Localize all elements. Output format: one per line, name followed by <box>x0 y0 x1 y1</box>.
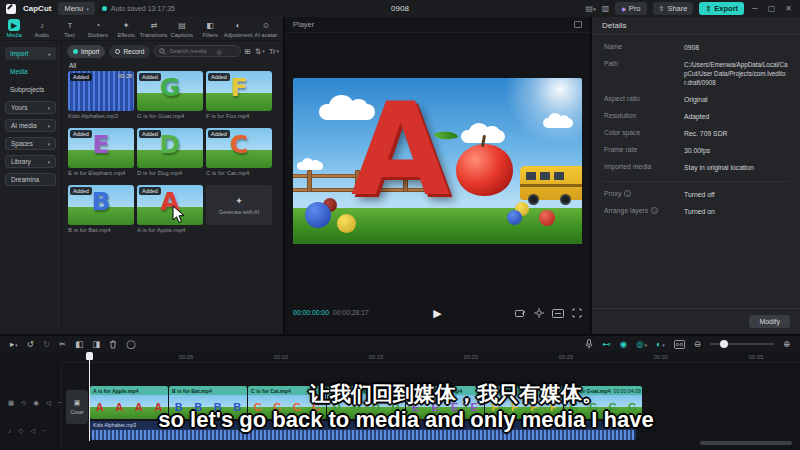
filter-button[interactable]: Tr▾ <box>269 47 279 56</box>
import-button[interactable]: Import <box>67 45 105 58</box>
track-mute-icon[interactable]: ◁ <box>30 427 35 435</box>
voiceover-mic-button[interactable] <box>585 339 593 349</box>
video-clip-a[interactable]: A is for Apple.mp4 AAAA <box>90 386 168 419</box>
sort-button[interactable]: ⇅▾ <box>255 47 265 56</box>
delete-button[interactable] <box>109 340 117 349</box>
preview-axis-toggle[interactable]: ◐▾ <box>656 339 665 349</box>
sidebar-item-media[interactable]: Media <box>5 65 56 78</box>
media-item-c[interactable]: Added C C is for Cat.mp4 <box>206 128 272 182</box>
tab-text[interactable]: TText <box>56 19 84 38</box>
current-time: 00:00:00:00 <box>293 309 329 316</box>
media-item-b[interactable]: Added B B is for Bat.mp4 <box>68 185 134 239</box>
sidebar-item-subprojects[interactable]: Subprojects <box>5 83 56 96</box>
media-thumb: Added A <box>137 185 203 225</box>
track-hide-icon[interactable]: ◉ <box>33 399 39 407</box>
tab-adjustment[interactable]: ◐Adjustment <box>224 19 252 38</box>
timeline-scrollbar[interactable] <box>700 441 792 445</box>
fullscreen-icon[interactable] <box>572 308 582 318</box>
media-item-e[interactable]: Added E E is for Elephant.mp4 <box>68 128 134 182</box>
maximize-button[interactable]: ▢ <box>766 4 778 13</box>
focus-icon[interactable] <box>534 308 544 318</box>
tab-captions[interactable]: ▤Captions <box>168 19 196 38</box>
ruler-tick: 00:10 <box>274 354 289 360</box>
media-thumb: Added G <box>137 71 203 111</box>
tab-media[interactable]: ▶Media <box>0 19 28 38</box>
track-lock-icon[interactable]: ◇ <box>18 427 23 435</box>
media-grid: Added 00:28 Kids Alphabet.mp3 Added G G … <box>68 71 272 239</box>
media-item-a[interactable]: Added A A is for Apple.mp4 <box>137 185 203 239</box>
generate-with-ai-card[interactable]: ✦ Generate with AI <box>206 185 272 239</box>
render-preview-icon[interactable] <box>674 340 685 349</box>
close-button[interactable]: ✕ <box>783 4 794 13</box>
cover-button[interactable]: ▣ Cover <box>66 390 88 424</box>
zoom-slider-knob[interactable] <box>720 340 728 348</box>
detail-row-name: Name0908 <box>592 43 800 52</box>
letter-glyph: B <box>68 187 134 216</box>
sidebar-item-spaces[interactable]: Spaces▾ <box>5 137 56 150</box>
audio-icon: ♪ <box>36 19 48 31</box>
undo-button[interactable]: ↺ <box>27 339 34 349</box>
ruler-tick: 00:25 <box>559 354 574 360</box>
quality-icon[interactable] <box>552 309 564 318</box>
select-tool[interactable]: ▸▾ <box>10 339 18 349</box>
sidebar-item-import[interactable]: Import▸ <box>5 47 56 60</box>
detail-row-color-space: Color spaceRec. 709 SDR <box>592 129 800 138</box>
search-box[interactable]: ◎ <box>154 45 240 57</box>
link-toggle[interactable]: ◎▾ <box>636 339 647 349</box>
sidebar-item-ai-media[interactable]: AI media▾ <box>5 119 56 132</box>
timeline-ruler[interactable]: 00:05 00:10 00:15 00:20 00:25 00:30 00:3… <box>62 352 800 363</box>
layout-toggle-icon[interactable]: ▤▾ <box>586 4 596 13</box>
media-item-d[interactable]: Added D D is for Dog.mp4 <box>137 128 203 182</box>
play-button[interactable]: ▶ <box>433 307 441 320</box>
tab-transitions[interactable]: ⇄Transitions <box>140 19 168 38</box>
tab-effects[interactable]: ✦Effects <box>112 19 140 38</box>
player-menu-icon[interactable] <box>574 21 582 28</box>
zoom-out-button[interactable]: ⊖ <box>694 339 701 349</box>
import-dot-icon <box>73 49 78 54</box>
main-track-magnet-toggle[interactable]: ◉ <box>620 339 627 349</box>
mirror-button[interactable]: ◯ <box>126 339 136 349</box>
track-collapse-icon[interactable]: − <box>58 399 62 407</box>
track-collapse-icon[interactable]: − <box>42 427 46 435</box>
split-button[interactable]: ✂ <box>59 339 66 349</box>
media-filename: F is for Fox.mp4 <box>206 113 272 119</box>
effects-icon: ✦ <box>120 19 132 31</box>
sidebar-item-library[interactable]: Library▾ <box>5 155 56 168</box>
media-item-audio[interactable]: Added 00:28 Kids Alphabet.mp3 <box>68 71 134 125</box>
track-lock-icon[interactable]: ◇ <box>21 399 26 407</box>
record-button[interactable]: Record <box>109 45 150 58</box>
search-input[interactable] <box>169 48 213 54</box>
trim-right-button[interactable]: ◨ <box>92 339 100 349</box>
panel-toggle-icon[interactable]: ▥ <box>602 4 610 13</box>
zoom-slider[interactable] <box>710 343 774 345</box>
share-button[interactable]: ⇧Share <box>653 2 694 15</box>
media-thumb: Added B <box>68 185 134 225</box>
detail-row-imported-media: Imported mediaStay in original location <box>592 163 800 172</box>
tab-filters[interactable]: ◧Filters <box>196 19 224 38</box>
sidebar-item-dreamina[interactable]: Dreamina <box>5 173 56 186</box>
modify-button[interactable]: Modify <box>749 315 790 328</box>
media-item-f[interactable]: Added F F is for Fox.mp4 <box>206 71 272 125</box>
tab-stickers[interactable]: ◔Stickers <box>84 19 112 38</box>
track-mute-icon[interactable]: ◁ <box>46 399 51 407</box>
minimize-button[interactable]: ─ <box>750 4 760 13</box>
tab-audio[interactable]: ♪Audio <box>28 19 56 38</box>
info-icon[interactable]: i <box>624 190 631 197</box>
tab-ai-avatar[interactable]: ☺AI avatar <box>252 19 280 38</box>
redo-button[interactable]: ↻ <box>43 339 50 349</box>
player-title: Player <box>293 20 314 29</box>
info-icon[interactable]: i <box>651 207 658 214</box>
flip-preview-icon[interactable] <box>515 309 526 318</box>
media-item-g[interactable]: Added G G is for Goat.mp4 <box>137 71 203 125</box>
menu-button[interactable]: Menu▾ <box>58 2 94 15</box>
section-label-all[interactable]: All <box>69 62 76 69</box>
sidebar-item-yours[interactable]: Yours▾ <box>5 101 56 114</box>
trim-left-button[interactable]: ◧ <box>75 339 83 349</box>
pro-button[interactable]: ◆Pro <box>615 2 646 15</box>
zoom-in-button[interactable]: ⊕ <box>783 339 790 349</box>
export-button[interactable]: ⇧Export <box>699 2 744 15</box>
grid-view-icon[interactable]: ⊞ <box>245 47 251 56</box>
auto-snap-toggle[interactable]: ⊷ <box>602 339 611 349</box>
video-canvas[interactable]: A <box>293 78 582 244</box>
letter-glyph: E <box>68 130 134 159</box>
